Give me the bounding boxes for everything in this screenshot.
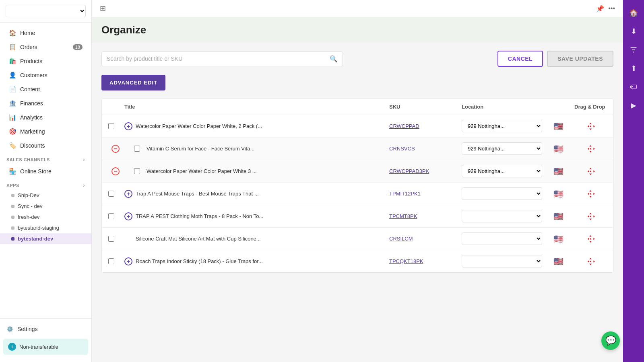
location-select[interactable] [462,210,542,222]
rp-play-icon[interactable]: ▶ [625,97,642,114]
drag-handle-icon[interactable] [586,144,595,153]
sidebar-item-settings[interactable]: ⚙️ Settings [0,323,91,335]
apps-section[interactable]: Apps › [0,179,91,190]
store-dropdown[interactable] [6,5,86,17]
row-location[interactable]: 929 Nottingha... [462,142,542,155]
sidebar-item-orders[interactable]: 📋 Orders 18 [2,40,89,54]
cancel-button[interactable]: CANCEL [497,51,543,67]
more-options-icon[interactable]: ••• [608,5,615,12]
sidebar-item-analytics[interactable]: 📊 Analytics [2,111,89,124]
sidebar-item-bytestand-dev[interactable]: bytestand-dev [0,233,91,244]
analytics-icon: 📊 [9,114,16,121]
row-checkbox[interactable] [108,258,114,264]
row-checkbox[interactable] [108,236,114,242]
drag-handle-icon[interactable] [586,257,595,266]
row-drag[interactable] [574,144,607,153]
row-checkbox-col [108,191,124,197]
search-input[interactable] [107,56,326,62]
row-drag[interactable] [574,257,607,266]
row-checkbox[interactable] [134,168,140,174]
location-select[interactable]: 929 Nottingha... [462,120,542,132]
sidebar-item-label: Finances [20,100,43,107]
store-selector[interactable] [0,0,91,23]
sidebar-item-home[interactable]: 🏠 Home [2,26,89,40]
header-check-col [108,104,124,110]
collapse-icon[interactable]: − [111,145,120,153]
drag-handle-icon[interactable] [586,122,595,131]
sidebar-item-products[interactable]: 🛍️ Products [2,54,89,68]
table-row: − Vitamin C Serum for Face - Face Serum … [102,138,613,160]
row-checkbox[interactable] [134,146,140,152]
sidebar-item-finances[interactable]: 🏦 Finances [2,97,89,110]
row-drag[interactable] [574,122,607,131]
row-location[interactable]: 929 Nottingha... [462,165,542,177]
location-select[interactable] [462,232,542,245]
location-select[interactable] [462,187,542,200]
row-drag[interactable] [574,167,607,176]
product-title: Roach Traps Indoor Sticky (18 Pack) - Gl… [136,258,263,264]
sidebar-item-customers[interactable]: 👤 Customers [2,68,89,82]
drag-handle-icon[interactable] [586,189,595,198]
rp-tag-icon[interactable]: 🏷 [625,78,642,96]
sidebar-item-online-store[interactable]: 🏪 Online Store [2,165,89,178]
row-sku[interactable]: CRWCPPAD3PK [389,168,462,174]
sidebar-item-discounts[interactable]: 🏷️ Discounts [2,139,89,152]
row-sku[interactable]: TPMIT12PK1 [389,191,462,197]
row-checkbox[interactable] [108,191,114,197]
collapse-icon[interactable]: − [111,167,120,175]
location-select[interactable] [462,255,542,267]
row-checkbox[interactable] [108,123,114,129]
row-sku[interactable]: CRNSVCS [389,146,462,152]
sidebar-item-marketing[interactable]: 🎯 Marketing [2,125,89,138]
row-sku[interactable]: TPCMT8PK [389,213,462,219]
row-title: + Trap A Pest Mouse Traps - Best Mouse T… [124,190,389,198]
expand-icon[interactable]: + [124,212,132,220]
sidebar-item-label: Analytics [20,114,43,121]
table-row: Silicone Craft Mat Silicone Art Mat with… [102,228,613,250]
sidebar-item-label: Discounts [20,142,45,149]
sales-channels-section[interactable]: Sales channels › [0,153,91,164]
row-location[interactable] [462,255,542,267]
drag-handle-icon[interactable] [586,167,595,176]
row-location[interactable] [462,232,542,245]
expand-icon[interactable]: + [124,257,132,265]
expand-icon[interactable]: + [124,122,132,130]
rp-upload-icon[interactable]: ⬆ [625,60,642,77]
products-icon: 🛍️ [9,58,16,65]
location-select[interactable]: 929 Nottingha... [462,142,542,155]
settings-icon: ⚙️ [6,326,13,332]
sidebar-item-content[interactable]: 📄 Content [2,82,89,96]
flag-icon: 🇺🇸 [553,257,564,266]
row-location[interactable]: 929 Nottingha... [462,120,542,132]
row-sku[interactable]: TPCQKT18PK [389,258,462,264]
rp-filter-icon[interactable] [625,41,642,59]
table-row: + Watercolor Paper Water Color Paper Whi… [102,115,613,138]
advanced-edit-button[interactable]: ADVANCED EDIT [101,75,165,90]
sidebar-item-ship-dev[interactable]: Ship-Dev [0,190,91,201]
row-checkbox[interactable] [108,213,114,219]
location-select[interactable]: 929 Nottingha... [462,165,542,177]
sidebar-item-fresh-dev[interactable]: fresh-dev [0,212,91,222]
row-drag[interactable] [574,234,607,243]
row-location[interactable] [462,210,542,222]
main-content: ⊞ 📌 ••• Organize 🔍 CANCEL SAVE UPDATES A… [92,0,623,362]
row-sku[interactable]: CRSILCM [389,236,462,242]
row-location[interactable] [462,187,542,200]
product-title: Watercolor Paper Water Color Paper White… [147,168,257,174]
save-updates-button[interactable]: SAVE UPDATES [547,51,613,67]
sidebar-item-sync-dev[interactable]: Sync - dev [0,201,91,212]
row-drag[interactable] [574,189,607,198]
toolbar: 🔍 CANCEL SAVE UPDATES [101,51,613,67]
drag-handle-icon[interactable] [586,212,595,221]
chat-bubble[interactable]: 💬 [601,331,620,350]
sidebar-item-bytestand-staging[interactable]: bytestand-staging [0,222,91,233]
table-header: Title SKU Location Drag & Drop [102,99,613,115]
drag-handle-icon[interactable] [586,234,595,243]
rp-download-icon[interactable]: ⬇ [625,23,642,40]
rp-home-icon[interactable]: 🏠 [625,4,642,22]
expand-icon[interactable]: + [124,190,132,198]
row-sku[interactable]: CRWCPPAD [389,123,462,129]
row-checkbox-col: − [111,167,128,175]
sidebar-nav: 🏠 Home 📋 Orders 18 🛍️ Products 👤 Custome… [0,23,91,318]
row-drag[interactable] [574,212,607,221]
